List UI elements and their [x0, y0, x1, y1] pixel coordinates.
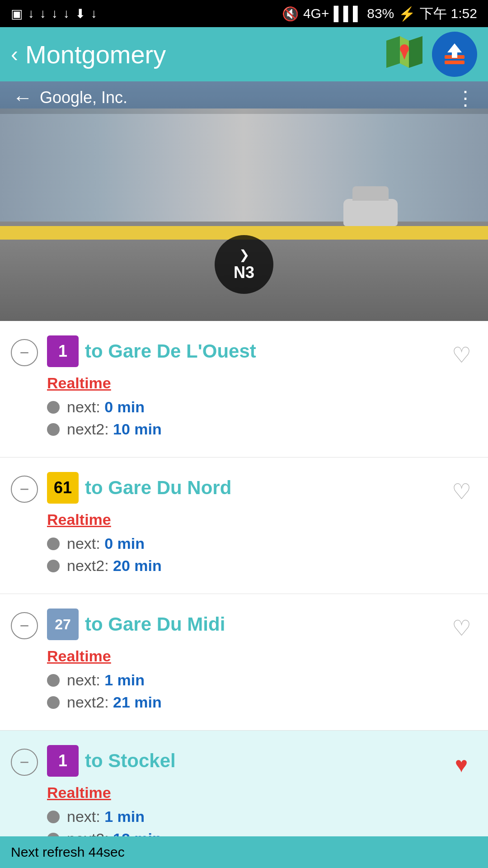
svg-rect-9 — [452, 52, 457, 58]
page-title: Montgomery — [25, 40, 166, 69]
next-time-value-1-stockel: 1 min — [104, 808, 145, 825]
remove-button-route-27-midi[interactable]: − — [11, 612, 38, 639]
svg-marker-3 — [409, 36, 422, 68]
next-time-row-1-stockel: next: 1 min — [47, 808, 436, 826]
favorite-button-route-1-stockel[interactable]: ♥ — [446, 749, 477, 780]
download-icon-5: ⬇ — [75, 6, 85, 21]
route-header-1-stockel: 1 to Stockel — [47, 745, 436, 777]
realtime-label-27-midi[interactable]: Realtime — [47, 647, 436, 665]
route-destination-1-ouest: to Gare De L'Ouest — [85, 340, 256, 362]
sv-attribution: Google, Inc. — [40, 88, 127, 107]
route-destination-61-nord: to Gare Du Nord — [85, 477, 231, 499]
next2-time-value-61-nord: 20 min — [113, 557, 162, 574]
next2-time-row-61-nord: next2: 20 min — [47, 557, 436, 575]
back-button[interactable]: ‹ — [11, 43, 18, 65]
next2-time-label-61-nord: next2: 20 min — [67, 557, 162, 575]
photo-icon: ▣ — [11, 6, 23, 21]
upload-icon — [441, 41, 468, 68]
route-number-badge-1-stockel: 1 — [47, 745, 79, 777]
remove-button-route-1-stockel[interactable]: − — [11, 749, 38, 776]
buildings-bg — [0, 108, 488, 222]
next2-time-label-1-ouest: next2: 10 min — [67, 420, 162, 438]
next-time-row-27-midi: next: 1 min — [47, 671, 436, 689]
realtime-label-1-stockel[interactable]: Realtime — [47, 784, 436, 802]
mute-icon: 🔇 — [282, 6, 299, 22]
next2-time-value-27-midi: 21 min — [113, 693, 162, 711]
next2-time-row-27-midi: next2: 21 min — [47, 693, 436, 711]
next2-time-value-1-ouest: 10 min — [113, 420, 162, 438]
next-time-label-1-stockel: next: 1 min — [67, 808, 145, 826]
maps-icon — [386, 36, 422, 72]
signal-bars: ▌▌▌ — [333, 6, 362, 21]
refresh-status-text: Next refresh 44sec — [11, 844, 125, 859]
download-icon-1: ↓ — [28, 6, 34, 21]
download-icon-3: ↓ — [52, 6, 58, 21]
header-right — [384, 32, 477, 77]
dot-icon-27-midi-next2 — [47, 696, 60, 709]
realtime-upload-button[interactable] — [432, 32, 477, 77]
next-time-value-27-midi: 1 min — [104, 671, 145, 689]
sv-back-arrow-icon: ← — [13, 86, 33, 109]
download-icon-6: ↓ — [91, 6, 97, 21]
route-number-badge-61-nord: 61 — [47, 472, 79, 504]
status-icons-right: 🔇 4G+ ▌▌▌ 83% ⚡ 下午 1:52 — [282, 5, 477, 23]
next-time-label-1-ouest: next: 0 min — [67, 398, 145, 416]
next-time-row-61-nord: next: 0 min — [47, 535, 436, 552]
street-view-panel[interactable]: ← Google, Inc. ⋮ ❯ N3 — [0, 81, 488, 321]
transit-item-route-1-ouest: − 1 to Gare De L'Ouest Realtime next: 0 … — [0, 321, 488, 458]
dot-icon-61-nord-next — [47, 538, 60, 550]
route-header-61-nord: 61 to Gare Du Nord — [47, 472, 436, 504]
direction-label: N3 — [234, 263, 254, 282]
car-object — [343, 199, 398, 226]
next2-time-label-27-midi: next2: 21 min — [67, 693, 162, 711]
dot-icon-27-midi-next — [47, 674, 60, 687]
dot-icon-61-nord-next2 — [47, 560, 60, 572]
transit-info-route-1-ouest: 1 to Gare De L'Ouest Realtime next: 0 mi… — [47, 335, 436, 443]
bottom-status-bar: Next refresh 44sec — [0, 836, 488, 868]
svg-rect-7 — [445, 61, 465, 64]
route-header-27-midi: 27 to Gare Du Midi — [47, 609, 436, 640]
next-time-value-1-ouest: 0 min — [104, 398, 145, 415]
download-icon-4: ↓ — [63, 6, 70, 21]
svg-marker-8 — [447, 43, 462, 52]
realtime-label-1-ouest[interactable]: Realtime — [47, 374, 436, 392]
route-number-badge-1-ouest: 1 — [47, 335, 79, 367]
status-icons-left: ▣ ↓ ↓ ↓ ↓ ⬇ ↓ — [11, 6, 97, 21]
app-header: ‹ Montgomery — [0, 27, 488, 81]
next-time-label-27-midi: next: 1 min — [67, 671, 145, 689]
sv-back-button[interactable]: ← Google, Inc. — [13, 86, 127, 109]
next2-time-row-1-ouest: next2: 10 min — [47, 420, 436, 438]
sv-more-button[interactable]: ⋮ — [455, 86, 475, 109]
favorite-button-route-27-midi[interactable]: ♡ — [446, 612, 477, 644]
next-time-value-61-nord: 0 min — [104, 535, 145, 552]
clock: 下午 1:52 — [420, 5, 477, 23]
favorite-button-route-1-ouest[interactable]: ♡ — [446, 339, 477, 371]
transit-info-route-61-nord: 61 to Gare Du Nord Realtime next: 0 min … — [47, 472, 436, 579]
transit-item-route-61-nord: − 61 to Gare Du Nord Realtime next: 0 mi… — [0, 458, 488, 594]
maps-button[interactable] — [384, 34, 425, 75]
dot-icon-1-ouest-next2 — [47, 423, 60, 436]
transit-list: − 1 to Gare De L'Ouest Realtime next: 0 … — [0, 321, 488, 867]
transit-item-route-27-midi: − 27 to Gare Du Midi Realtime next: 1 mi… — [0, 594, 488, 731]
download-icon-2: ↓ — [40, 6, 46, 21]
route-header-1-ouest: 1 to Gare De L'Ouest — [47, 335, 436, 367]
route-destination-27-midi: to Gare Du Midi — [85, 613, 225, 635]
battery-charging-icon: ⚡ — [399, 6, 415, 22]
remove-button-route-61-nord[interactable]: − — [11, 476, 38, 503]
favorite-button-route-61-nord[interactable]: ♡ — [446, 476, 477, 507]
network-type: 4G+ — [303, 6, 329, 21]
street-view-header: ← Google, Inc. ⋮ — [0, 81, 488, 114]
battery-level: 83% — [367, 6, 394, 21]
remove-button-route-1-ouest[interactable]: − — [11, 339, 38, 366]
status-bar: ▣ ↓ ↓ ↓ ↓ ⬇ ↓ 🔇 4G+ ▌▌▌ 83% ⚡ 下午 1:52 — [0, 0, 488, 27]
dot-icon-1-stockel-next — [47, 811, 60, 823]
dot-icon-1-ouest-next — [47, 401, 60, 414]
header-left: ‹ Montgomery — [11, 40, 166, 69]
route-number-badge-27-midi: 27 — [47, 609, 79, 640]
route-destination-1-stockel: to Stockel — [85, 750, 176, 772]
direction-indicator[interactable]: ❯ N3 — [215, 235, 273, 294]
svg-marker-2 — [386, 36, 400, 68]
next-time-row-1-ouest: next: 0 min — [47, 398, 436, 416]
realtime-label-61-nord[interactable]: Realtime — [47, 511, 436, 528]
direction-arrow-icon: ❯ — [239, 247, 249, 262]
